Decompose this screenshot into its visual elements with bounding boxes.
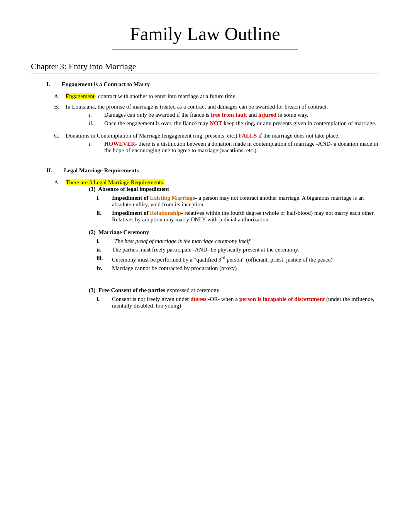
- sub-2-i-content: "The best proof of marriage is the marri…: [112, 238, 379, 245]
- subsection-1-items: i. Impediment of Existing Marriage- a pe…: [97, 195, 379, 223]
- item-a-label: A.: [54, 93, 66, 100]
- impediment-relationship-dash: -: [181, 210, 183, 216]
- item-b-sub-ii: ii. Once the engagement is over, the fia…: [89, 120, 379, 127]
- sub-i-content: Damages can only be awarded if the fianc…: [104, 112, 379, 118]
- sub-ii-label: ii.: [89, 120, 104, 127]
- sub-2-iii: iii. Ceremony must be performed by a "qu…: [97, 255, 379, 263]
- subsection-2-title: (2) Marriage Ceremony: [89, 229, 379, 236]
- duress-text: duress: [190, 296, 206, 302]
- chapter-heading: Chapter 3: Entry into Marriage: [31, 61, 379, 73]
- subsection-3-title: (3) Free Consent of the parties expresse…: [89, 287, 379, 294]
- item-c-text-before: Donations in Contemplation of Marriage (…: [66, 133, 239, 139]
- free-from-fault: free from fault: [211, 112, 247, 118]
- item-c-sub-i: i. HOWEVER- there is a distinction betwe…: [89, 141, 379, 154]
- s2-item-a-label: A.: [54, 179, 66, 315]
- sub-ii-content: Once the engagement is over, the fiancé …: [104, 120, 379, 127]
- sub-3-i-label: i.: [97, 296, 112, 309]
- subsection-3: (3) Free Consent of the parties expresse…: [89, 287, 379, 309]
- relationship-text: Relationship: [150, 210, 181, 216]
- section-2: II. Legal Marriage Requirements A. There…: [46, 167, 379, 315]
- three-requirements-highlight: There are 3 Legal Marriage Requirements:: [66, 179, 164, 185]
- subsection-3-label: (3) Free Consent of the parties: [89, 287, 165, 293]
- sub-i-label: i.: [89, 112, 104, 118]
- subsection-3-items: i. Consent is not freely given under dur…: [97, 296, 379, 309]
- sub-2-ii-content: The parties must freely participate -AND…: [112, 246, 379, 253]
- engagement-highlight: Engagement: [66, 93, 95, 99]
- sub-2-ii-label: ii.: [97, 246, 112, 253]
- subsection-3-rest: expressed at ceremony: [165, 287, 219, 293]
- sub-2-i-label: i.: [97, 238, 112, 245]
- subsection-2: (2) Marriage Ceremony i. "The best proof…: [89, 229, 379, 272]
- section-2-label: II.: [46, 167, 52, 173]
- section-1-item-c: C. Donations in Contemplation of Marriag…: [54, 133, 379, 156]
- item-b-sub-i: i. Damages can only be awarded if the fi…: [89, 112, 379, 118]
- superscript-rd: rd: [221, 255, 225, 260]
- impediment-relationship-prefix: Impediment of: [112, 210, 150, 216]
- impediment-existing-dash: -: [195, 195, 197, 201]
- sub-1-ii: ii. Impediment of Relationship- relative…: [97, 210, 379, 223]
- sub-2-iv: iv. Marriage cannot be contracted by pro…: [97, 265, 379, 272]
- section-2-title: Legal Marriage Requirements: [64, 167, 139, 173]
- impediment-existing-prefix: Impediment of: [112, 195, 150, 201]
- subsection-1: (1) Absence of legal impediment i. Imped…: [89, 186, 379, 223]
- subsection-1-label: (1) Absence of legal impediment: [89, 186, 169, 192]
- sub-1-i-label: i.: [97, 195, 112, 208]
- sub-3-i-content: Consent is not freely given under duress…: [112, 296, 379, 309]
- sub-2-ii: ii. The parties must freely participate …: [97, 246, 379, 253]
- sub-1-i-content: Impediment of Existing Marriage- a perso…: [112, 195, 379, 208]
- falls-text: FALLS: [239, 133, 257, 139]
- sub-ci-content: HOWEVER- there is a distinction between …: [104, 141, 379, 154]
- item-b-text: In Louisiana, the promise of marriage is…: [66, 104, 328, 110]
- section-1: I. Engagement is a Contract to Marry A. …: [46, 81, 379, 156]
- item-b-label: B.: [54, 104, 66, 129]
- sub-1-ii-label: ii.: [97, 210, 112, 223]
- section-1-heading: I. Engagement is a Contract to Marry: [46, 81, 379, 88]
- section-1-item-b: B. In Louisiana, the promise of marriage…: [54, 104, 379, 129]
- s2-item-a-content: There are 3 Legal Marriage Requirements:…: [66, 179, 379, 315]
- section-1-item-a: A. Engagement- contract with another to …: [54, 93, 379, 100]
- existing-marriage-text: Existing Marriage: [150, 195, 195, 201]
- sub-2-i: i. "The best proof of marriage is the ma…: [97, 238, 379, 245]
- section-2-item-a: A. There are 3 Legal Marriage Requiremen…: [54, 179, 379, 315]
- sub-ci-label: i.: [89, 141, 104, 154]
- subsection-2-label: (2) Marriage Ceremony: [89, 229, 149, 235]
- section-1-label: I.: [46, 81, 50, 87]
- item-a-rest: - contract with another to enter into ma…: [95, 93, 237, 99]
- sub-3-i: i. Consent is not freely given under dur…: [97, 296, 379, 309]
- injured: injured: [258, 112, 276, 118]
- item-a-content: Engagement- contract with another to ent…: [66, 93, 379, 100]
- sub-1-ii-content: Impediment of Relationship- relatives wi…: [112, 210, 379, 223]
- item-b-content: In Louisiana, the promise of marriage is…: [66, 104, 379, 129]
- subsection-1-title: (1) Absence of legal impediment: [89, 186, 379, 192]
- section-2-heading: II. Legal Marriage Requirements: [46, 167, 379, 174]
- however-text: HOWEVER: [104, 141, 135, 147]
- sub-2-iv-label: iv.: [97, 265, 112, 272]
- page-title: Family Law Outline: [31, 23, 379, 46]
- sub-2-iii-label: iii.: [97, 255, 112, 263]
- item-c-text-after: if the marriage does not take place.: [257, 133, 339, 139]
- subsection-2-items: i. "The best proof of marriage is the ma…: [97, 238, 379, 272]
- item-c-content: Donations in Contemplation of Marriage (…: [66, 133, 379, 156]
- item-b-sublist: i. Damages can only be awarded if the fi…: [89, 112, 379, 127]
- person-incapable-text: person is incapable of discernment: [239, 296, 325, 302]
- not-keep-ring: NOT: [210, 120, 222, 126]
- item-c-sublist: i. HOWEVER- there is a distinction betwe…: [89, 141, 379, 154]
- section-1-title: Engagement is a Contract to Marry: [62, 81, 150, 87]
- item-c-label: C.: [54, 133, 66, 156]
- sub-2-iv-content: Marriage cannot be contracted by procura…: [112, 265, 379, 272]
- sub-1-i: i. Impediment of Existing Marriage- a pe…: [97, 195, 379, 208]
- title-underline: [112, 49, 298, 50]
- sub-2-iii-content: Ceremony must be performed by a "qualifi…: [112, 255, 379, 263]
